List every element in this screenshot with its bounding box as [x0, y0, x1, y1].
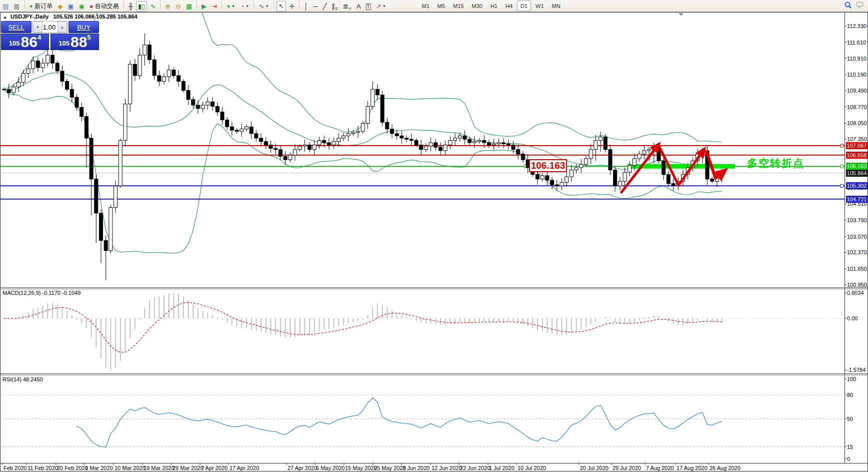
volume-increase-button[interactable]: ▲: [58, 22, 67, 33]
svg-text:6 May 2020: 6 May 2020: [316, 465, 344, 471]
dropdown-arrow-icon: ▼: [246, 4, 250, 9]
horizontal-line-icon[interactable]: ─: [311, 1, 320, 12]
toolbar-separator: [274, 0, 274, 9]
price-tag-106.658: 106.658: [846, 152, 868, 159]
volume-decrease-button[interactable]: ▼: [33, 22, 42, 33]
cursor-icon[interactable]: ↖: [276, 1, 286, 12]
trendline-icon: ╱: [322, 3, 326, 10]
svg-text:100.950: 100.950: [847, 282, 867, 288]
svg-text:19 Mar 2020: 19 Mar 2020: [144, 465, 174, 471]
collapse-panel-icon[interactable]: ▲: [3, 15, 7, 20]
svg-text:15: 15: [847, 444, 853, 450]
toolbar: ▤▦+新订单◆▣◉●自动交易╫▮▯∿⊕⊖▦▶⇥+▼◔▼∿▼↖✛│─╱∥E≣FAT…: [0, 0, 868, 12]
svg-text:107.350: 107.350: [847, 136, 867, 142]
timeframe-button-w1[interactable]: W1: [532, 1, 548, 11]
symbol-info-bar[interactable]: ▲ USDJPY-,Daily 105.526 106.086 105.285 …: [3, 14, 138, 20]
timeframe-button-m5[interactable]: M5: [434, 1, 448, 11]
ask-price-pip: 5: [87, 34, 90, 41]
equidistant-channel-icon[interactable]: ∥E: [330, 1, 340, 12]
svg-text:3 Jun 2020: 3 Jun 2020: [402, 465, 430, 471]
svg-text:110.910: 110.910: [847, 56, 866, 62]
svg-text:27 Apr 2020: 27 Apr 2020: [288, 465, 317, 471]
svg-text:101.650: 101.650: [847, 266, 867, 272]
text-icon: A: [356, 3, 361, 10]
sell-button[interactable]: SELL: [1, 21, 32, 33]
terminal-window-icon[interactable]: ▤: [0, 1, 10, 12]
autotrading-button[interactable]: ●自动交易: [88, 1, 121, 12]
new-order-button[interactable]: +新订单: [28, 1, 55, 12]
buy-button[interactable]: BUY: [68, 21, 99, 33]
line-chart-icon[interactable]: ∿: [148, 1, 158, 12]
tile-windows-icon: ▦: [186, 3, 192, 10]
svg-text:80: 80: [847, 392, 853, 398]
trendline-icon[interactable]: ╱: [320, 1, 328, 12]
bid-price-prefix: 105: [9, 39, 20, 49]
svg-text:50: 50: [847, 416, 853, 422]
dropdown-arrow-icon: ▼: [232, 4, 236, 9]
timeframe-button-h4[interactable]: H4: [502, 1, 516, 11]
volume-value[interactable]: 1.00: [42, 22, 58, 33]
volume-field[interactable]: ▼ 1.00 ▲: [32, 21, 68, 33]
text-icon[interactable]: A: [354, 1, 363, 12]
cursor-icon: ↖: [278, 3, 284, 10]
bid-price-pip: 4: [38, 34, 41, 41]
svg-text:20 Jul 2020: 20 Jul 2020: [580, 465, 608, 471]
text-label-icon: T: [366, 4, 371, 10]
timeframe-button-m30[interactable]: M30: [468, 1, 486, 11]
turning-point-annotation[interactable]: 多空转折点: [747, 156, 804, 170]
price-tag-105.864: 105.864: [846, 170, 868, 177]
svg-text:10 Mar 2020: 10 Mar 2020: [114, 465, 146, 471]
timeframe-button-m15[interactable]: M15: [450, 1, 467, 11]
ask-price-big: 88: [70, 36, 87, 49]
zoom-in-icon[interactable]: ⊕: [163, 1, 172, 12]
svg-text:102.370: 102.370: [847, 249, 867, 255]
bid-price-panel[interactable]: 105 86 4: [1, 34, 49, 50]
price-tag-107.067: 107.067: [846, 142, 868, 149]
svg-text:26 Aug 2020: 26 Aug 2020: [710, 465, 740, 471]
timeframe-button-h1[interactable]: H1: [487, 1, 501, 11]
new-chart-icon[interactable]: +▼: [224, 1, 238, 12]
svg-text:1 Jul 2020: 1 Jul 2020: [489, 465, 514, 471]
timeframe-button-m1[interactable]: M1: [418, 1, 433, 11]
svg-text:12 Jun 2020: 12 Jun 2020: [432, 465, 462, 471]
toolbar-separator: [196, 0, 197, 9]
price-tag-104.721: 104.721: [846, 196, 868, 203]
ask-price-prefix: 105: [58, 39, 70, 49]
timeframe-button-d1[interactable]: D1: [517, 1, 531, 11]
macd-indicator-label: MACD(12,26,9) -0.1170 -0.1049: [2, 290, 80, 296]
svg-text:17 Aug 2020: 17 Aug 2020: [676, 465, 708, 471]
chart-profile-icon[interactable]: ▦: [12, 1, 22, 12]
toolbar-groups: ▤▦+新订单◆▣◉●自动交易╫▮▯∿⊕⊖▦▶⇥+▼◔▼∿▼↖✛│─╱∥E≣FAT…: [0, 0, 389, 12]
ask-price-panel[interactable]: 105 88 5: [50, 34, 99, 50]
chart-profile-icon: ▦: [14, 3, 20, 10]
tile-windows-icon[interactable]: ▦: [184, 1, 194, 12]
crosshair-icon[interactable]: ✛: [287, 1, 296, 12]
chart-canvas[interactable]: 112.330111.610110.910110.190109.490108.7…: [0, 0, 868, 472]
search-icon[interactable]: [844, 1, 852, 9]
rsi-indicator-label: RSI(14) 48.2450: [2, 376, 43, 382]
svg-text:20 Feb 2020: 20 Feb 2020: [57, 465, 88, 471]
text-label-icon[interactable]: T: [364, 2, 373, 12]
svg-text:0: 0: [847, 456, 850, 462]
bar-chart-icon[interactable]: ╫: [126, 1, 135, 12]
candlestick-chart-icon[interactable]: ▮▯: [136, 1, 147, 12]
svg-text:11 Feb 2020: 11 Feb 2020: [28, 465, 58, 471]
timeframe-button-mn[interactable]: MN: [548, 1, 564, 11]
indicators-icon[interactable]: ∿▼: [256, 1, 271, 12]
auto-scroll-icon[interactable]: ▶: [200, 1, 208, 12]
chart-shift-icon[interactable]: ⇥: [210, 1, 219, 12]
fibonacci-icon[interactable]: ≣F: [341, 1, 354, 12]
market-watch-icon[interactable]: ▣: [66, 1, 76, 12]
bar-chart-icon: ╫: [128, 3, 133, 10]
signals-icon[interactable]: ◉: [76, 1, 86, 12]
vertical-line-icon[interactable]: │: [302, 1, 310, 12]
metaeditor-icon[interactable]: ◆: [56, 1, 64, 12]
auto-scroll-icon: ▶: [202, 3, 206, 10]
price-annotation-box[interactable]: 106.163: [529, 159, 567, 172]
market-watch-icon: ▣: [68, 3, 74, 10]
periods-icon[interactable]: ◔▼: [238, 1, 252, 12]
zoom-out-icon[interactable]: ⊖: [174, 1, 183, 12]
arrows-icon[interactable]: ↗▼: [374, 1, 388, 12]
chat-icon[interactable]: [856, 1, 865, 9]
toolbar-separator: [254, 0, 254, 9]
